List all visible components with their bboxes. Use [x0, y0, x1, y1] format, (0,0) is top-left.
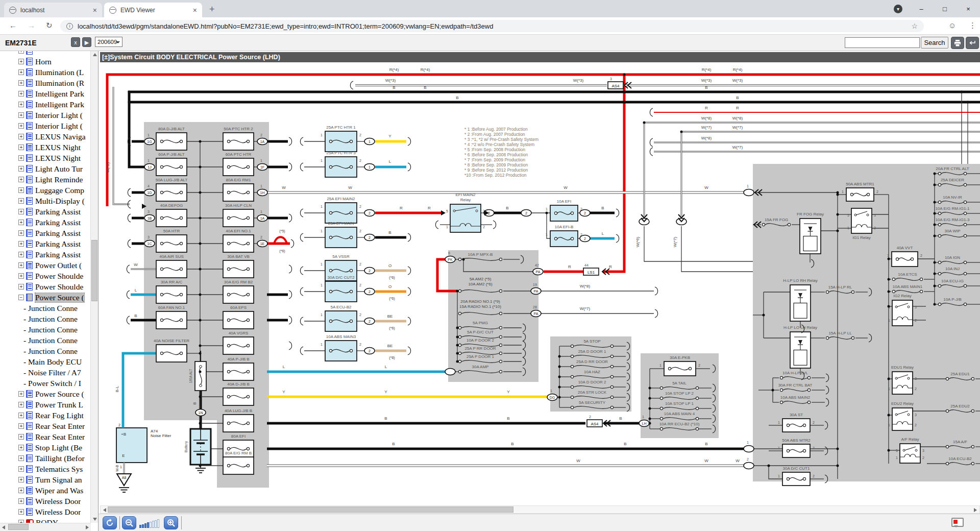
- tree-item[interactable]: +Horn: [0, 56, 91, 67]
- menu-dots-icon[interactable]: ⋮: [969, 21, 976, 30]
- play-button[interactable]: ▶: [82, 37, 91, 47]
- expand-icon[interactable]: +: [18, 102, 24, 107]
- refresh-view-button[interactable]: [103, 516, 117, 529]
- scrollbar-thumb[interactable]: [8, 524, 29, 530]
- tree-item[interactable]: - Junction Conne: [0, 313, 91, 324]
- expand-icon[interactable]: +: [18, 134, 24, 139]
- expand-icon[interactable]: +: [18, 187, 24, 193]
- expand-icon[interactable]: +: [18, 177, 24, 182]
- zoom-out-button[interactable]: [122, 516, 136, 529]
- minimize-button[interactable]: –: [910, 5, 933, 13]
- tree-item[interactable]: +Intelligent Park: [0, 88, 91, 99]
- tree-item[interactable]: +LEXUS Night: [0, 142, 91, 153]
- scrollbar-thumb[interactable]: [108, 506, 513, 513]
- forward-icon[interactable]: →: [28, 21, 35, 30]
- scroll-up-arrow[interactable]: [93, 53, 97, 56]
- browser-badge-icon[interactable]: ▾: [894, 5, 902, 13]
- tab-close-icon[interactable]: ×: [193, 6, 197, 14]
- tree-item[interactable]: +Interior Light (: [0, 110, 91, 120]
- feedback-icon[interactable]: [951, 518, 964, 527]
- expand-icon[interactable]: +: [18, 80, 24, 86]
- tree-item[interactable]: +LEXUS Night: [0, 153, 91, 163]
- tree-item[interactable]: +Taillight (Befor: [0, 453, 91, 464]
- expand-icon[interactable]: +: [18, 466, 24, 472]
- expand-icon[interactable]: +: [18, 209, 24, 214]
- tree-item[interactable]: - Junction Conne: [0, 335, 91, 346]
- tree-item[interactable]: −Power Source (: [0, 292, 91, 303]
- tree-item[interactable]: +Wiper and Was: [0, 485, 91, 496]
- expand-icon[interactable]: +: [18, 220, 24, 225]
- tree-item[interactable]: +Power Trunk L: [0, 399, 91, 410]
- refresh-icon[interactable]: ↻: [46, 21, 53, 30]
- tree-item[interactable]: +Light Auto Tur: [0, 163, 91, 174]
- tree-item[interactable]: +Light Reminde: [0, 174, 91, 185]
- expand-icon[interactable]: +: [18, 123, 24, 129]
- url-field[interactable]: i localhost/td/td3ewd/pgm/standaloneEWD.…: [60, 20, 924, 32]
- tree-item[interactable]: +Interior Light (: [0, 120, 91, 131]
- tree-item[interactable]: - Power Switch / I: [0, 378, 91, 389]
- sidebar-vertical-scrollbar[interactable]: [90, 51, 98, 523]
- sidebar-horizontal-scrollbar[interactable]: [0, 523, 91, 531]
- expand-icon[interactable]: +: [18, 112, 24, 118]
- tab-ewd-viewer[interactable]: EWD Viewer ×: [104, 3, 202, 17]
- expand-icon[interactable]: +: [18, 198, 24, 204]
- tree-item[interactable]: +Illumination (R: [0, 78, 91, 88]
- expand-icon[interactable]: +: [18, 445, 24, 450]
- tree-item[interactable]: - Junction Conne: [0, 346, 91, 356]
- tree-item[interactable]: +Wireless Door: [0, 506, 91, 517]
- tree-item[interactable]: +Parking Assist: [0, 238, 91, 249]
- expand-icon[interactable]: +: [18, 423, 24, 429]
- tree-item[interactable]: +Power Outlet (: [0, 260, 91, 271]
- tree-item[interactable]: +Power Source (: [0, 389, 91, 399]
- search-input[interactable]: [845, 37, 920, 48]
- expand-icon[interactable]: +: [18, 434, 24, 440]
- expand-icon[interactable]: +: [18, 230, 24, 236]
- expand-icon[interactable]: +: [18, 262, 24, 268]
- scroll-right-arrow[interactable]: [974, 508, 977, 512]
- expand-icon[interactable]: +: [18, 402, 24, 407]
- info-icon[interactable]: i: [66, 23, 73, 30]
- close-pub-button[interactable]: x: [71, 37, 80, 47]
- search-button[interactable]: Search: [921, 37, 948, 49]
- expand-icon[interactable]: +: [18, 51, 24, 54]
- zoom-level-indicator[interactable]: [139, 519, 159, 528]
- expand-icon[interactable]: +: [18, 488, 24, 493]
- scroll-left-arrow[interactable]: [2, 525, 5, 529]
- back-icon[interactable]: ←: [9, 21, 17, 30]
- tree-item[interactable]: +Parking Assist: [0, 206, 91, 217]
- tree-item[interactable]: +LEXUS Naviga: [0, 131, 91, 142]
- scroll-right-arrow[interactable]: [86, 525, 89, 529]
- expand-icon[interactable]: +: [18, 498, 24, 504]
- scroll-down-arrow[interactable]: [93, 518, 97, 521]
- tree-item[interactable]: +Turn Signal an: [0, 474, 91, 485]
- tree-item[interactable]: +Power Shoulde: [0, 281, 91, 292]
- diagram-horizontal-scrollbar[interactable]: [100, 505, 980, 514]
- expand-icon[interactable]: +: [18, 413, 24, 418]
- wiring-diagram[interactable]: 10A P MPX-B5A PMG5A P-D/C CUT10A P DOOR …: [100, 62, 980, 505]
- collapse-icon[interactable]: −: [18, 295, 24, 300]
- tree-item[interactable]: - Main Body ECU: [0, 356, 91, 367]
- tree-item[interactable]: +Rear Seat Enter: [0, 421, 91, 431]
- expand-icon[interactable]: +: [18, 69, 24, 75]
- tree-item[interactable]: +Telematics Sys: [0, 464, 91, 474]
- close-button[interactable]: ×: [957, 5, 980, 13]
- tree-item[interactable]: +Rear Seat Enter: [0, 431, 91, 442]
- expand-icon[interactable]: +: [18, 241, 24, 247]
- tree-item[interactable]: - Noise Filter / A7: [0, 367, 91, 378]
- tree-item[interactable]: +Stop Light (Be: [0, 442, 91, 453]
- tree-item[interactable]: +BODY: [0, 517, 91, 523]
- expand-icon[interactable]: +: [18, 273, 24, 279]
- expand-icon[interactable]: +: [18, 155, 24, 161]
- expand-icon[interactable]: +: [18, 477, 24, 482]
- tree-item[interactable]: +Parking Assist: [0, 249, 91, 260]
- scrollbar-thumb[interactable]: [91, 240, 97, 301]
- expand-icon[interactable]: +: [18, 391, 24, 397]
- expand-icon[interactable]: +: [18, 509, 24, 515]
- zoom-in-button[interactable]: [164, 516, 178, 529]
- tree-item[interactable]: +Power Shoulde: [0, 271, 91, 281]
- term-dropdown[interactable]: 200609: [95, 37, 122, 47]
- expand-icon[interactable]: +: [18, 144, 24, 150]
- tab-close-icon[interactable]: ×: [93, 6, 97, 14]
- tree-item[interactable]: +Parking Assist: [0, 228, 91, 238]
- tree-item[interactable]: +: [0, 51, 91, 56]
